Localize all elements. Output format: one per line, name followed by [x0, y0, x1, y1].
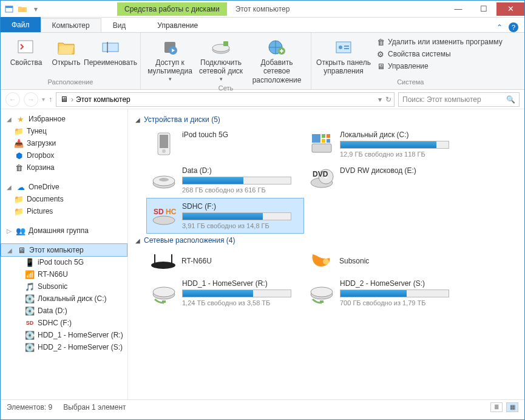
tree-fav-2[interactable]: ⬢Dropbox	[1, 149, 127, 161]
address-text: Этот компьютер	[76, 95, 130, 104]
tab-computer[interactable]: Компьютер	[41, 18, 101, 32]
svg-point-32	[153, 216, 175, 225]
svg-point-13	[339, 46, 342, 49]
folder-icon: 📁	[14, 126, 24, 136]
ribbon-properties[interactable]: Свойства	[5, 35, 47, 78]
tab-manage[interactable]: Управление	[146, 18, 209, 32]
ribbon-sysprops[interactable]: ⚙Свойства системы	[373, 49, 505, 59]
ribbon-uninstall[interactable]: 🗑Удалить или изменить программу	[373, 36, 505, 47]
tree-pc-5[interactable]: SDSDHC (F:)	[1, 317, 127, 329]
netloc-item-1[interactable]: Subsonic	[304, 247, 462, 275]
tab-file[interactable]: Файл	[1, 17, 41, 32]
maximize-button[interactable]: ☐	[471, 2, 496, 16]
tree-pc-0[interactable]: 📱iPod touch 5G	[1, 256, 127, 268]
svg-rect-24	[327, 139, 330, 143]
drive-free-text: 12,9 ГБ свободно из 118 ГБ	[340, 151, 458, 158]
drive-free-text: 3,91 ГБ свободно из 14,8 ГБ	[182, 222, 300, 229]
netloc-item-0[interactable]: RT-N66U	[146, 247, 304, 275]
tree-pc-4[interactable]: 💽Data (D:)	[1, 305, 127, 317]
back-button[interactable]: ←	[5, 92, 20, 107]
address-dropdown-icon[interactable]: ▾	[378, 95, 382, 104]
section-drives[interactable]: ◢Устройства и диски (5)	[135, 113, 517, 126]
dvd-icon: DVD	[308, 166, 335, 193]
address-bar[interactable]: 🖥 › Этот компьютер ▾↻	[56, 92, 395, 107]
onedrive-icon: ☁	[16, 182, 25, 192]
tree-od-0[interactable]: 📁Documents	[1, 193, 127, 205]
qat-properties-icon[interactable]	[4, 4, 14, 14]
tree-pc-3[interactable]: 💽Локальный диск (C:)	[1, 293, 127, 305]
netloc-item-3[interactable]: HDD_2 - HomeServer (S:)700 ГБ свободно и…	[304, 275, 462, 311]
minimize-button[interactable]: —	[445, 2, 471, 16]
tree-od-1[interactable]: 📁Pictures	[1, 205, 127, 217]
svg-text:DVD: DVD	[313, 170, 328, 178]
tree-fav-1[interactable]: 📥Загрузки	[1, 137, 127, 149]
ribbon-addnetloc[interactable]: Добавить сетевое расположение	[248, 35, 306, 84]
recent-dropdown-icon[interactable]: ▾	[42, 96, 45, 103]
tree-homegroup[interactable]: ▷👥Домашняя группа	[1, 225, 127, 237]
ribbon-media[interactable]: Доступ к мультимедиа▾	[146, 35, 194, 84]
rename-icon	[101, 38, 120, 57]
svg-rect-23	[322, 139, 325, 143]
drive-item-4[interactable]: SDHCSDHC (F:)3,91 ГБ свободно из 14,8 ГБ	[146, 198, 304, 234]
help-icon[interactable]: ?	[509, 22, 518, 32]
ribbon-rename[interactable]: Переименовать	[86, 35, 135, 78]
search-box[interactable]: Поиск: Этот компьютер 🔍	[398, 92, 520, 107]
ribbon-mapdrive[interactable]: Подключить сетевой диск▾	[197, 35, 245, 84]
svg-rect-19	[312, 144, 331, 152]
qat-dropdown-icon[interactable]: ▾	[31, 4, 41, 14]
ribbon-open[interactable]: Открыть	[49, 35, 83, 78]
titlebar: ▾ Средства работы с дисками Этот компьют…	[1, 1, 524, 18]
view-details-button[interactable]: ≣	[490, 402, 503, 412]
tree-fav-3[interactable]: 🗑Корзина	[1, 161, 127, 174]
tree-pc-2[interactable]: 🎵Subsonic	[1, 280, 127, 293]
capacity-bar	[340, 290, 449, 297]
tree-pc-6[interactable]: 💽HDD_1 - HomeServer (R:)	[1, 329, 127, 341]
forward-button[interactable]: →	[24, 92, 38, 107]
drive-item-0[interactable]: iPod touch 5G	[146, 126, 304, 162]
close-button[interactable]: ✕	[496, 2, 524, 16]
netloc-item-2[interactable]: HDD_1 - HomeServer (R:)1,24 ТБ свободно …	[146, 275, 304, 311]
windisk-icon	[308, 130, 335, 157]
svg-text:SD: SD	[154, 208, 164, 216]
qat-newfolder-icon[interactable]	[18, 4, 27, 14]
ribbon: Свойства Открыть Переименовать Расположе…	[1, 33, 524, 90]
section-network[interactable]: ◢Сетевые расположения (4)	[135, 234, 517, 247]
disk-icon: 💽	[25, 294, 35, 303]
view-tiles-button[interactable]: ▦	[506, 402, 518, 412]
up-button[interactable]: ↑	[49, 95, 52, 104]
properties-icon	[16, 38, 36, 57]
svg-rect-17	[160, 135, 168, 148]
media-icon	[308, 251, 334, 271]
ribbon-manage[interactable]: 🖥Управление	[373, 61, 505, 72]
svg-rect-1	[5, 6, 13, 8]
uninstall-icon: 🗑	[376, 37, 385, 47]
netloc-name: HDD_2 - HomeServer (S:)	[340, 279, 458, 288]
tree-fav-0[interactable]: 📁Тунец	[1, 125, 127, 137]
tree-favorites[interactable]: ◢★Избранное	[1, 113, 127, 125]
sdhc-icon: SDHC	[151, 202, 177, 229]
computer-icon: 🖥	[59, 95, 69, 104]
svg-rect-21	[322, 134, 325, 138]
content-pane: ◢Устройства и диски (5) iPod touch 5GЛок…	[128, 109, 524, 399]
netdisk-icon	[308, 279, 335, 306]
tab-view[interactable]: Вид	[101, 18, 138, 32]
svg-rect-12	[336, 42, 351, 53]
computer-icon: 🖥	[16, 245, 26, 255]
tree-onedrive[interactable]: ◢☁OneDrive	[1, 181, 127, 193]
ribbon-controlpanel[interactable]: Открыть панель управления	[316, 35, 371, 78]
svg-point-38	[323, 259, 329, 265]
drive-item-2[interactable]: Data (D:)268 ГБ свободно из 616 ГБ	[146, 162, 304, 198]
refresh-icon[interactable]: ↻	[385, 95, 391, 104]
svg-point-18	[162, 149, 166, 153]
drive-item-3[interactable]: DVDDVD RW дисковод (E:)	[304, 162, 462, 198]
svg-rect-44	[320, 300, 323, 303]
tree-pc-7[interactable]: 💽HDD_2 - HomeServer (S:)	[1, 341, 127, 353]
tree-pc-1[interactable]: 📶RT-N66U	[1, 268, 127, 280]
sdhc-icon: SD	[25, 318, 35, 328]
controlpanel-icon	[334, 38, 353, 57]
ribbon-collapse-icon[interactable]: ⌃	[496, 23, 503, 32]
svg-rect-9	[223, 41, 228, 46]
disk-icon: 💽	[25, 306, 35, 316]
drive-item-1[interactable]: Локальный диск (C:)12,9 ГБ свободно из 1…	[304, 126, 462, 162]
tree-thispc[interactable]: ◢🖥Этот компьютер	[1, 243, 127, 257]
